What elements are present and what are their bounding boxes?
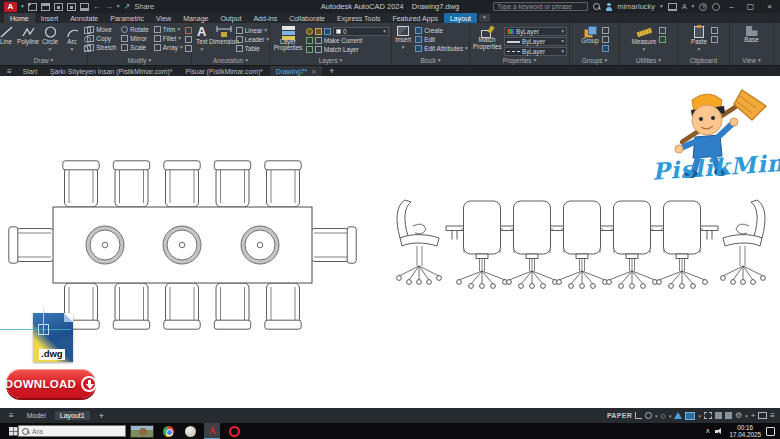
selection-cycling-icon[interactable]: [704, 412, 712, 419]
layer-properties-button[interactable]: Layer Properties: [272, 25, 304, 52]
match-layer-button[interactable]: Match Layer: [306, 46, 389, 54]
tab-annotate[interactable]: Annotate: [64, 13, 104, 23]
measure-button[interactable]: Measure▾: [631, 25, 658, 52]
share-icon[interactable]: ↗: [124, 3, 131, 11]
tab-home[interactable]: Home: [4, 13, 35, 23]
add-status-icon[interactable]: +: [751, 411, 756, 420]
search-input[interactable]: [493, 2, 588, 11]
taskbar-picture-thumbnail[interactable]: [130, 425, 154, 438]
tab-manage[interactable]: Manage: [177, 13, 214, 23]
block-panel-label[interactable]: Block▾: [392, 56, 469, 65]
annotation-panel-label[interactable]: Annotation▾: [192, 56, 269, 65]
tab-collaborate[interactable]: Collaborate: [283, 13, 331, 23]
file-tab-start[interactable]: Start: [17, 66, 43, 76]
ungroup-icon[interactable]: [602, 27, 609, 34]
space-toggle[interactable]: PAPER: [607, 412, 632, 419]
leader-button[interactable]: Leader▾: [236, 36, 269, 44]
model-tab[interactable]: Model: [22, 411, 51, 420]
trim-button[interactable]: Trim▾: [154, 26, 183, 34]
color-dropdown[interactable]: ByLayer▾: [504, 27, 567, 36]
polyline-button[interactable]: Polyline: [18, 25, 38, 46]
mirror-button[interactable]: Mirror: [121, 35, 149, 43]
erase-icon[interactable]: [185, 27, 192, 34]
file-tab-active[interactable]: Drawing7*✕: [270, 66, 322, 76]
group-edit-icon[interactable]: [602, 36, 609, 43]
volume-icon[interactable]: [715, 427, 724, 435]
undo-icon[interactable]: ←: [93, 3, 101, 11]
plot-icon[interactable]: [80, 3, 89, 11]
osnap-icon[interactable]: [674, 412, 682, 419]
start-button[interactable]: [0, 423, 18, 439]
app-taskbar-icon[interactable]: [182, 423, 198, 439]
tab-view[interactable]: View: [150, 13, 177, 23]
qat-caret-icon[interactable]: ▾: [117, 4, 120, 10]
layer-freeze-icon[interactable]: [315, 28, 322, 35]
minimize-button[interactable]: –: [725, 2, 737, 11]
user-caret-icon[interactable]: ▾: [660, 4, 663, 10]
view-panel-label[interactable]: View▾: [730, 56, 773, 65]
edit-block-button[interactable]: Edit: [415, 36, 468, 44]
file-tabs-menu-icon[interactable]: ≡: [3, 66, 16, 76]
help-icon[interactable]: ?: [699, 3, 707, 11]
layers-panel-label[interactable]: Layers▾: [270, 56, 391, 65]
annotation-scale-icon[interactable]: [715, 412, 722, 419]
tab-featured-apps[interactable]: Featured Apps: [386, 13, 444, 23]
layout-menu-icon[interactable]: ≡: [5, 411, 18, 420]
open-file-icon[interactable]: [41, 3, 50, 11]
file-tab-1[interactable]: Şarkı Söyleyen İnsan (PislikMimar.com)*: [44, 66, 178, 76]
copy-button[interactable]: Copy: [87, 35, 116, 43]
customize-status-icon[interactable]: ≡: [770, 411, 775, 420]
tab-insert[interactable]: Insert: [35, 13, 65, 23]
tab-output[interactable]: Output: [214, 13, 247, 23]
redo-icon[interactable]: →: [105, 3, 113, 11]
new-layout-button[interactable]: +: [94, 410, 109, 422]
linetype-dropdown[interactable]: ByLayer▾: [504, 47, 567, 56]
line-button[interactable]: Line: [0, 25, 16, 46]
close-tab-icon[interactable]: ✕: [311, 68, 316, 75]
tab-addins[interactable]: Add-ins: [247, 13, 283, 23]
opera-taskbar-icon[interactable]: [226, 423, 242, 439]
groups-panel-label[interactable]: Groups▾: [570, 56, 619, 65]
clean-screen-icon[interactable]: [758, 412, 767, 419]
app-store-icon[interactable]: [668, 3, 677, 11]
match-properties-button[interactable]: Match Properties: [472, 25, 502, 50]
properties-panel-label[interactable]: Properties▾: [470, 56, 569, 65]
new-file-icon[interactable]: [28, 3, 37, 11]
layer-on-icon[interactable]: [306, 28, 313, 35]
tab-layout[interactable]: Layout: [444, 13, 477, 23]
app-menu-caret-icon[interactable]: ▾: [21, 4, 24, 10]
notifications-icon[interactable]: [712, 3, 720, 11]
group-manager-icon[interactable]: [602, 45, 609, 52]
action-center-icon[interactable]: [766, 427, 775, 436]
autocad-app-button[interactable]: A: [4, 2, 17, 12]
copy-clip-icon[interactable]: [711, 27, 718, 34]
modify-panel-label[interactable]: Modify▾: [88, 56, 191, 65]
tray-expand-icon[interactable]: ∧: [705, 427, 710, 435]
ribbon-options-caret-icon[interactable]: ▾: [479, 14, 490, 22]
array-button[interactable]: Array▾: [154, 44, 183, 52]
share-label[interactable]: Share: [134, 2, 154, 11]
clipboard-panel-label[interactable]: Clipboard: [678, 56, 729, 65]
cut-clip-icon[interactable]: [711, 36, 718, 43]
move-button[interactable]: Move: [87, 26, 116, 34]
isodraft-icon[interactable]: ◇: [661, 412, 666, 420]
username[interactable]: mimarlucky: [617, 2, 655, 11]
autocad-taskbar-icon[interactable]: A: [204, 423, 220, 439]
object-snap-settings-icon[interactable]: [685, 412, 695, 420]
new-tab-button[interactable]: +: [323, 66, 340, 76]
polar-tracking-icon[interactable]: [645, 412, 652, 419]
explode-icon[interactable]: [185, 36, 192, 43]
chrome-taskbar-icon[interactable]: [160, 423, 176, 439]
taskbar-search-input[interactable]: [32, 428, 112, 435]
search-icon[interactable]: [593, 3, 600, 10]
ortho-icon[interactable]: [635, 412, 642, 419]
make-current-button[interactable]: Make Current: [306, 37, 389, 45]
dimension-button[interactable]: Dimension: [214, 25, 234, 46]
lineweight-dropdown[interactable]: ByLayer▾: [504, 37, 567, 46]
id-point-icon[interactable]: [659, 36, 666, 43]
save-icon[interactable]: [54, 3, 63, 11]
edit-attributes-button[interactable]: Edit Attributes▾: [415, 45, 468, 53]
rotate-button[interactable]: Rotate: [121, 26, 149, 34]
insert-button[interactable]: Insert▾: [393, 25, 413, 50]
annotation-visibility-icon[interactable]: [725, 412, 732, 419]
